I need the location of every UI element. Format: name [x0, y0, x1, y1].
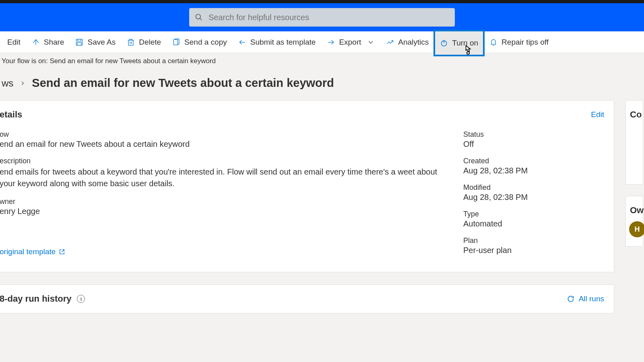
details-edit-link[interactable]: Edit [591, 110, 604, 119]
analytics-icon [386, 38, 394, 46]
run-history-title: 8-day run history [0, 294, 71, 304]
owners-heading: Ow [630, 205, 639, 216]
delete-button[interactable]: Delete [121, 31, 167, 53]
top-header-bar [0, 3, 644, 31]
all-runs-label: All runs [579, 294, 604, 303]
status-label: Status [463, 130, 604, 139]
svg-line-1 [200, 19, 202, 21]
connections-heading: Co [630, 109, 639, 120]
details-card: etails Edit ow end an email for new Twee… [0, 100, 614, 272]
svg-rect-4 [77, 42, 81, 45]
plan-value: Per-user plan [463, 246, 604, 255]
plan-label: Plan [463, 237, 604, 245]
power-icon [440, 39, 448, 47]
refresh-icon [567, 295, 575, 303]
repair-tips-label: Repair tips off [502, 38, 549, 47]
search-box[interactable] [189, 8, 455, 27]
share-icon [32, 38, 40, 46]
turn-on-button[interactable]: Turn on [434, 31, 484, 56]
submit-icon [238, 38, 246, 46]
send-copy-label: Send a copy [184, 38, 227, 47]
bell-icon [489, 38, 497, 46]
created-label: Created [463, 157, 604, 165]
turn-on-label: Turn on [452, 39, 478, 47]
share-button[interactable]: Share [26, 31, 70, 53]
export-icon [327, 38, 335, 46]
analytics-label: Analytics [398, 38, 429, 47]
command-toolbar: Edit Share Save As Delete Send a copy Su… [0, 31, 644, 53]
original-template-link[interactable]: original template [0, 247, 65, 256]
details-heading: etails [0, 109, 22, 120]
search-icon [195, 13, 203, 21]
svg-point-0 [196, 14, 201, 19]
trash-icon [127, 38, 135, 46]
edit-label: Edit [7, 38, 21, 47]
analytics-button[interactable]: Analytics [380, 31, 434, 53]
submit-template-button[interactable]: Submit as template [233, 31, 322, 53]
flow-name-value: end an email for new Tweets about a cert… [0, 140, 447, 149]
description-label: escription [0, 157, 447, 165]
save-as-button[interactable]: Save As [70, 31, 121, 53]
chevron-right-icon [20, 80, 25, 86]
content-row: etails Edit ow end an email for new Twee… [0, 100, 644, 272]
browser-chrome-strip [0, 0, 644, 3]
owner-label: wner [0, 197, 447, 206]
export-button[interactable]: Export [321, 31, 380, 53]
export-label: Export [339, 38, 361, 47]
owner-value: enry Legge [0, 207, 447, 216]
external-link-icon [59, 249, 65, 255]
send-copy-button[interactable]: Send a copy [167, 31, 233, 53]
delete-label: Delete [139, 38, 161, 47]
template-link-text: original template [0, 247, 56, 256]
owners-card: Ow H [625, 196, 643, 247]
submit-template-label: Submit as template [250, 38, 316, 47]
svg-rect-3 [78, 39, 81, 41]
status-value: Off [463, 140, 604, 149]
flow-status-message: Your flow is on: Send an email for new T… [0, 53, 644, 69]
page-title: Send an email for new Tweets about a cer… [32, 76, 334, 90]
search-input[interactable] [208, 13, 449, 22]
copy-icon [172, 38, 180, 46]
type-label: Type [463, 210, 604, 218]
created-value: Aug 28, 02:38 PM [463, 166, 604, 175]
modified-label: Modified [463, 183, 604, 192]
save-as-label: Save As [87, 38, 116, 47]
connections-card: Co [625, 100, 643, 185]
type-value: Automated [463, 219, 604, 228]
breadcrumb: ws Send an email for new Tweets about a … [0, 69, 644, 100]
repair-tips-button[interactable]: Repair tips off [484, 31, 554, 53]
flow-name-label: ow [0, 130, 447, 139]
description-value: end emails for tweets about a keyword th… [0, 166, 447, 189]
all-runs-link[interactable]: All runs [567, 294, 604, 303]
svg-rect-5 [173, 39, 178, 45]
share-label: Share [44, 38, 64, 47]
save-icon [75, 38, 83, 46]
modified-value: Aug 28, 02:38 PM [463, 193, 604, 202]
edit-button[interactable]: Edit [2, 31, 26, 53]
run-history-card: 8-day run history i All runs [0, 284, 614, 313]
chevron-down-icon [367, 38, 375, 46]
details-left-column: ow end an email for new Tweets about a c… [0, 130, 447, 263]
breadcrumb-parent[interactable]: ws [2, 78, 13, 89]
details-right-column: StatusOff CreatedAug 28, 02:38 PM Modifi… [463, 130, 604, 263]
info-icon[interactable]: i [77, 295, 85, 303]
owner-avatar[interactable]: H [629, 221, 644, 237]
